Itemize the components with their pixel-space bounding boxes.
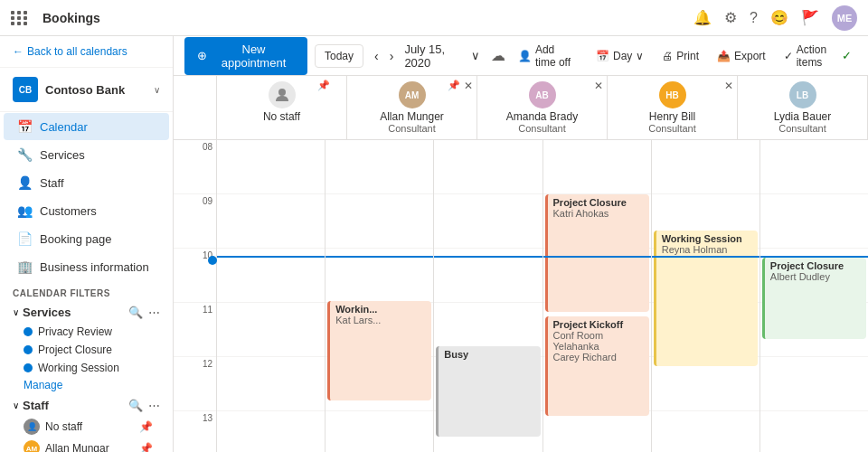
action-items-button[interactable]: ✓ Action items ✓ bbox=[778, 40, 857, 72]
allan-munger-close-icon[interactable]: ✕ bbox=[464, 80, 473, 92]
staff-search-icon[interactable]: 🔍 bbox=[128, 399, 143, 412]
staff-icon: 👤 bbox=[16, 175, 33, 190]
date-chevron-icon: ∨ bbox=[471, 49, 480, 62]
action-items-icon: ✓ bbox=[784, 50, 793, 62]
event-project-kickoff[interactable]: Project Kickoff Conf Room Yelahanka Care… bbox=[545, 316, 649, 416]
event-workin-title: Workin... bbox=[335, 304, 426, 315]
current-time-line-4 bbox=[652, 256, 760, 258]
services-more-icon[interactable]: ⋯ bbox=[148, 306, 160, 319]
amanda-brady-avatar: AB bbox=[529, 81, 556, 108]
day-picker[interactable]: 📅 Day ∨ bbox=[590, 46, 649, 66]
filter-item-project-closure[interactable]: Project Closure bbox=[4, 341, 169, 359]
no-staff-avatar bbox=[269, 81, 296, 108]
no-staff-pin-icon[interactable]: 📌 bbox=[139, 420, 160, 433]
check-icon: ✓ bbox=[842, 49, 852, 62]
sidebar-item-staff[interactable]: 👤 Staff bbox=[4, 169, 169, 196]
org-chevron-icon[interactable]: ∨ bbox=[154, 85, 160, 95]
day-chevron-icon: ∨ bbox=[636, 50, 644, 62]
event-working-session[interactable]: Working Session Reyna Holman bbox=[654, 231, 758, 366]
time-gutter-header bbox=[174, 76, 217, 139]
allan-munger-avatar: AM bbox=[399, 81, 426, 108]
sidebar: ← Back to all calendars CB Contoso Bank … bbox=[0, 36, 174, 452]
sidebar-item-booking-page[interactable]: 📄 Booking page bbox=[4, 225, 169, 252]
services-manage-link[interactable]: Manage bbox=[4, 377, 169, 395]
current-time-line-3 bbox=[543, 256, 651, 258]
event-project-closure-title: Project Closure bbox=[553, 197, 644, 208]
staff-section-title: Staff bbox=[23, 399, 128, 412]
prev-arrow[interactable]: ‹ bbox=[371, 45, 382, 67]
services-chevron-icon: ∨ bbox=[13, 307, 19, 317]
event-workin[interactable]: Workin... Kat Lars... bbox=[327, 301, 431, 400]
event-working-session-title: Working Session bbox=[662, 233, 752, 244]
staff-chevron-icon: ∨ bbox=[13, 400, 19, 410]
help-icon[interactable]: ? bbox=[750, 10, 758, 26]
plus-icon: ⊕ bbox=[197, 49, 207, 62]
time-10: 10 bbox=[174, 249, 216, 303]
sidebar-item-customers[interactable]: 👥 Customers bbox=[4, 197, 169, 224]
new-appointment-button[interactable]: ⊕ New appointment bbox=[184, 37, 307, 75]
calendar-icon: 📅 bbox=[16, 119, 33, 134]
filter-item-no-staff[interactable]: 👤 No staff 📌 bbox=[4, 416, 169, 438]
amanda-brady-name: Amanda Brady bbox=[485, 110, 599, 123]
org-name: Contoso Bank bbox=[45, 83, 125, 97]
allan-munger-pin-col-icon[interactable]: 📌 bbox=[448, 80, 460, 91]
event-busy[interactable]: Busy bbox=[436, 346, 540, 437]
notification-icon[interactable]: 🔔 bbox=[693, 9, 712, 26]
col-amanda-brady[interactable]: Busy bbox=[434, 140, 542, 452]
col-lydia-bauer[interactable]: Project Closure Albert Dudley bbox=[760, 140, 868, 452]
working-session-dot bbox=[24, 363, 33, 372]
toolbar-right: 👤 Add time off 📅 Day ∨ 🖨 Print 📤 Export bbox=[513, 40, 857, 72]
time-11: 11 bbox=[174, 303, 216, 357]
date-picker[interactable]: July 15, 2020 ∨ bbox=[404, 42, 480, 70]
col-header-henry-bill: HB Henry Bill Consultant ✕ bbox=[608, 76, 738, 139]
user-avatar[interactable]: ME bbox=[832, 5, 857, 31]
staff-section-header[interactable]: ∨ Staff 🔍 ⋯ bbox=[4, 395, 169, 416]
cloud-icon: ☁ bbox=[491, 47, 505, 64]
col-allan-munger[interactable]: Workin... Kat Lars... bbox=[326, 140, 434, 452]
amanda-brady-close-icon[interactable]: ✕ bbox=[594, 80, 603, 92]
time-off-icon: 👤 bbox=[518, 50, 532, 62]
main-layout: ← Back to all calendars CB Contoso Bank … bbox=[0, 36, 868, 452]
flag-icon[interactable]: 🚩 bbox=[801, 9, 819, 26]
apps-icon[interactable] bbox=[11, 11, 28, 25]
sidebar-item-business-info[interactable]: 🏢 Business information bbox=[4, 253, 169, 280]
sidebar-item-calendar[interactable]: 📅 Calendar bbox=[4, 113, 169, 140]
project-closure-dot bbox=[24, 345, 33, 354]
emoji-icon[interactable]: 😊 bbox=[770, 9, 788, 26]
time-08: 08 bbox=[174, 140, 216, 194]
col-header-lydia-bauer: LB Lydia Bauer Consultant bbox=[738, 76, 868, 139]
col-header-amanda-brady: AB Amanda Brady Consultant ✕ bbox=[477, 76, 608, 139]
topbar-icons: 🔔 ⚙ ? 😊 🚩 ME bbox=[693, 5, 857, 31]
back-to-calendars[interactable]: ← Back to all calendars bbox=[0, 36, 173, 68]
time-column: 08 09 10 11 12 13 14 15 bbox=[174, 140, 217, 452]
current-time-line-1 bbox=[326, 256, 433, 258]
services-section-header[interactable]: ∨ Services 🔍 ⋯ bbox=[4, 302, 169, 323]
event-project-closure[interactable]: Project Closure Katri Ahokas bbox=[545, 194, 649, 312]
today-button[interactable]: Today bbox=[315, 44, 363, 68]
filter-item-privacy-review[interactable]: Privacy Review bbox=[4, 323, 169, 341]
no-staff-pin-icon[interactable]: 📌 bbox=[317, 80, 330, 91]
calendar-header-row: No staff 📌 AM Allan Munger Consultant 📌 … bbox=[174, 76, 868, 140]
export-button[interactable]: 📤 Export bbox=[712, 46, 771, 66]
print-button[interactable]: 🖨 Print bbox=[656, 46, 704, 66]
col-working-session[interactable]: Working Session Reyna Holman bbox=[652, 140, 760, 452]
col-header-allan-munger: AM Allan Munger Consultant 📌 ✕ bbox=[347, 76, 477, 139]
col-no-staff[interactable] bbox=[217, 140, 326, 452]
calendar-columns-header: No staff 📌 AM Allan Munger Consultant 📌 … bbox=[217, 76, 868, 139]
event-busy-title: Busy bbox=[444, 349, 534, 360]
allan-mungar-pin-icon[interactable]: 📌 bbox=[139, 442, 160, 452]
add-time-off-button[interactable]: 👤 Add time off bbox=[513, 40, 583, 72]
filter-item-working-session[interactable]: Working Session bbox=[4, 359, 169, 377]
next-arrow[interactable]: › bbox=[386, 45, 398, 67]
filter-item-allan-mungar[interactable]: AM Allan Mungar 📌 bbox=[4, 438, 169, 452]
sidebar-item-services[interactable]: 🔧 Services bbox=[4, 141, 169, 168]
services-icon: 🔧 bbox=[16, 147, 33, 162]
henry-bill-close-icon[interactable]: ✕ bbox=[724, 80, 733, 92]
services-search-icon[interactable]: 🔍 bbox=[128, 306, 143, 319]
lydia-bauer-name: Lydia Bauer bbox=[745, 110, 860, 123]
event-project-closure-lydia[interactable]: Project Closure Albert Dudley bbox=[762, 258, 866, 339]
calendar-view-icon: 📅 bbox=[596, 50, 609, 62]
col-henry-bill[interactable]: Project Closure Katri Ahokas Project Kic… bbox=[543, 140, 652, 452]
staff-more-icon[interactable]: ⋯ bbox=[148, 399, 160, 412]
settings-icon[interactable]: ⚙ bbox=[724, 9, 737, 26]
